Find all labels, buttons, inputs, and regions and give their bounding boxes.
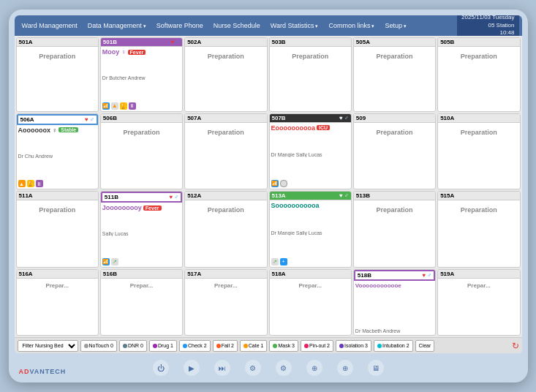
room-number-509: 509 (356, 115, 366, 121)
filter-isolation[interactable]: Isolation 3 (336, 340, 371, 352)
room-header-503B: 503B (270, 38, 351, 47)
settings-button-2[interactable]: ⚙ (276, 360, 292, 376)
badge-501B: Fever (128, 50, 146, 55)
nav-nurse-schedule[interactable]: Nurse Schedule (209, 20, 265, 31)
date-display: 2025/11/03 Tuesday (461, 15, 515, 22)
filter-nursing-select[interactable]: Filter Nursing Bed (18, 340, 78, 352)
room-preparation-506B: Preparation (102, 124, 181, 140)
room-body-516B: Prepar... (101, 279, 182, 336)
refresh-icon[interactable]: ↻ (512, 341, 519, 351)
device-frame: Ward Management Data Management Software… (9, 10, 528, 382)
room-preparation-513B: Preparation (355, 202, 434, 218)
dot-mask (273, 344, 277, 348)
adjust-button[interactable]: ⊕ (306, 360, 322, 376)
heart-icon-501B: ♥ (170, 39, 174, 45)
filter-dnr[interactable]: DNR 0 (119, 340, 147, 352)
filter-drug[interactable]: Drug 1 (149, 340, 177, 352)
nav-data-management[interactable]: Data Management (83, 20, 151, 31)
dot-check (183, 344, 187, 348)
room-518B[interactable]: 518B ♥ ♂ Voooooooooooe Dr Macbeth Andrew (353, 269, 436, 336)
room-510A[interactable]: 510A Preparation (437, 113, 520, 190)
room-body-516A: Prepar... (17, 279, 98, 336)
filter-notouch[interactable]: NoTouch 0 (80, 340, 117, 352)
nav-setup[interactable]: Setup (380, 20, 410, 31)
room-number-506B: 506B (103, 115, 117, 121)
room-header-515A: 515A (438, 192, 519, 200)
room-partial-517A: Prepar... (186, 280, 265, 291)
filter-bar: Filter Nursing Bed NoTouch 0 DNR 0 Drug … (15, 337, 522, 353)
label-cate: Cate 1 (249, 343, 264, 348)
filter-pinout[interactable]: Pin-out 2 (301, 340, 333, 352)
room-518B-icons: ♥ ♂ (422, 272, 431, 279)
room-preparation-503B: Preparation (271, 48, 350, 64)
nav-ward-management[interactable]: Ward Management (18, 20, 82, 31)
room-506B[interactable]: 506B Preparation (100, 113, 183, 190)
room-515A[interactable]: 515A Preparation (437, 191, 520, 268)
room-505B[interactable]: 505B Preparation (437, 37, 520, 112)
room-513A[interactable]: 513A ♥ ♂ Sooooooooooa Dr Mangie Sally Lu… (269, 191, 352, 268)
brand-ad: AD (19, 368, 30, 375)
nav-common-links[interactable]: Common links (324, 20, 379, 31)
power-button[interactable]: ⏻ (153, 360, 169, 376)
filter-intubation[interactable]: Intubation 2 (374, 340, 413, 352)
room-519A[interactable]: 519A Prepar... (437, 269, 520, 336)
room-partial-519A: Prepar... (439, 280, 518, 291)
room-number-511A: 511A (19, 192, 33, 199)
room-number-513A: 513A (272, 192, 286, 199)
heart-icon-507B: ♥ (339, 115, 343, 121)
room-516A[interactable]: 516A Prepar... (16, 269, 99, 336)
room-501A[interactable]: 501A Preparation (16, 37, 99, 112)
patient-name-507B: Eoooooooooa (271, 124, 316, 132)
room-507A[interactable]: 507A Preparation (184, 113, 267, 190)
filter-clear[interactable]: Clear (415, 340, 435, 352)
nav-software-phone[interactable]: Software Phone (152, 20, 208, 31)
adjust-button-2[interactable]: ⊕ (337, 360, 353, 376)
filter-fall[interactable]: Fall 2 (213, 340, 238, 352)
doctor-501B: Dr Butcher Andrew (102, 75, 181, 80)
room-511A[interactable]: 511A Preparation (16, 191, 99, 268)
forward-button[interactable]: ⏭ (214, 360, 230, 376)
nav-ward-statistics[interactable]: Ward Statistics (266, 20, 323, 31)
label-notouch: NoTouch 0 (89, 343, 113, 348)
room-preparation-512A: Preparation (186, 202, 265, 218)
room-header-513B: 513B (354, 192, 435, 200)
room-505A[interactable]: 505A Preparation (353, 37, 436, 112)
room-preparation-501A: Preparation (18, 48, 97, 64)
label-clear: Clear (419, 343, 431, 348)
room-507B[interactable]: 507B ♥ ♂ Eoooooooooa ICU Dr Mangie Sally… (269, 113, 352, 190)
room-number-502A: 502A (187, 39, 201, 45)
filter-mask[interactable]: Mask 3 (269, 340, 298, 352)
room-502A[interactable]: 502A Preparation (184, 37, 267, 112)
icon-pause-501B: ⏸ (129, 102, 136, 110)
room-506A[interactable]: 506A ♥ ♂ Aoooooox ♀ Stable Dr Chu Andrew (16, 113, 99, 190)
room-number-506A: 506A (20, 116, 34, 123)
dot-dnr (123, 344, 127, 348)
display-button[interactable]: 🖥 (368, 360, 384, 376)
room-503B[interactable]: 503B Preparation (269, 37, 352, 112)
room-number-512A: 512A (187, 192, 201, 199)
filter-cate[interactable]: Cate 1 (240, 340, 268, 352)
room-preparation-515A: Preparation (439, 202, 518, 218)
room-preparation-507A: Preparation (186, 124, 265, 140)
play-button[interactable]: ▶ (184, 360, 200, 376)
room-body-513A: Sooooooooooa Dr Mangie Sally Lucas ↗ + (270, 200, 351, 267)
male-icon-507B: ♂ (344, 115, 349, 121)
settings-button-1[interactable]: ⚙ (245, 360, 261, 376)
room-516B[interactable]: 516B Prepar... (100, 269, 183, 336)
icon-triangle-501B: ▲ (111, 102, 118, 110)
room-512A[interactable]: 512A Preparation (184, 191, 267, 268)
heart-icon-513A: ♥ (339, 192, 343, 199)
room-517A[interactable]: 517A Prepar... (184, 269, 267, 336)
label-fall: Fall 2 (222, 343, 234, 348)
room-preparation-505B: Preparation (439, 48, 518, 64)
icon-wifi-501B: 📶 (102, 102, 110, 110)
room-number-510A: 510A (440, 115, 454, 121)
room-511B[interactable]: 511B ♥ ♂ Jooooooooy Fever Sally Lucas (100, 191, 183, 268)
icon-circle-507B (280, 180, 287, 187)
room-501B[interactable]: 501B ♥ ♂ Mooy ♀ Fever Dr Butcher Andrew (100, 37, 183, 112)
filter-check[interactable]: Check 2 (179, 340, 211, 352)
room-509[interactable]: 509 Preparation (353, 113, 436, 190)
room-513B[interactable]: 513B Preparation (353, 191, 436, 268)
room-518A[interactable]: 518A Prepar... (269, 269, 352, 336)
station-display: 05 Station (461, 22, 515, 29)
